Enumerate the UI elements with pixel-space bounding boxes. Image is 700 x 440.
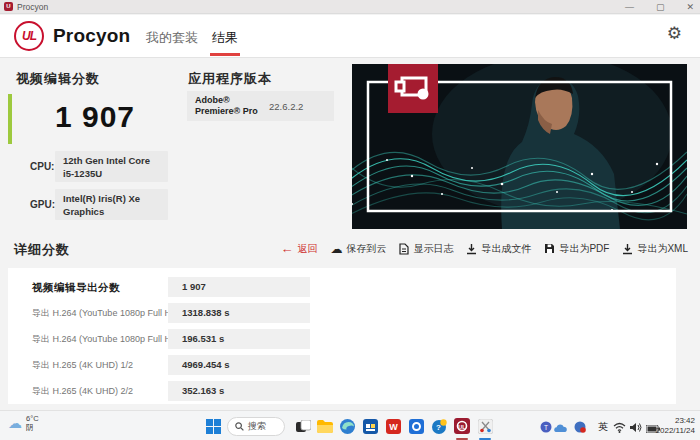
blue-yellow-app-icon: ? — [432, 419, 447, 434]
details-section-heading: 详细分数 — [14, 241, 70, 259]
row-value: 1318.838 s — [168, 303, 310, 323]
tab-my-suites[interactable]: 我的套装 — [146, 29, 198, 47]
table-row: 导出 H.265 (4K UHD) 1/2 4969.454 s — [8, 352, 676, 378]
results-toolbar: ← 返回 ☁ 保存到云 显示日志 导出成文件 导出为PD — [280, 241, 688, 256]
close-button[interactable]: ✕ — [686, 0, 694, 14]
table-row: 导出 H.265 (4K UHD) 2/2 352.163 s — [8, 378, 676, 404]
wifi-icon[interactable] — [613, 419, 626, 437]
app-header: UL Procyon 我的套装 结果 ⚙ — [0, 15, 700, 58]
svg-text:T: T — [544, 424, 548, 431]
score-section-heading: 视频编辑分数 — [16, 70, 100, 88]
video-editing-badge-icon — [388, 64, 438, 113]
help-app-button[interactable]: ? — [429, 416, 449, 436]
overall-score: 1 907 — [30, 100, 160, 134]
taskbar-search-input[interactable]: 搜索 — [227, 417, 285, 436]
row-value: 4969.454 s — [168, 355, 310, 375]
window-app-icon: U — [4, 2, 13, 11]
app-window: U Procyon — ▢ ✕ UL Procyon 我的套装 结果 ⚙ 视频编… — [0, 0, 700, 440]
export-file-label: 导出成文件 — [481, 242, 531, 256]
svg-text:UL: UL — [458, 424, 466, 430]
windows-taskbar: ☁ 6°C 阴 搜索 — [0, 410, 700, 440]
active-tab-underline — [210, 53, 240, 56]
task-view-button[interactable] — [293, 416, 313, 436]
score-accent-bar — [8, 94, 12, 144]
procyon-icon: UL — [454, 418, 470, 434]
download-icon — [622, 243, 633, 255]
benchmark-hero-image — [352, 64, 687, 229]
cloud-weather-icon: ☁ — [8, 415, 22, 431]
table-row: 导出 H.264 (YouTube 1080p Full HD) 1/2 131… — [8, 300, 676, 326]
blue-circle-app-button[interactable] — [406, 416, 426, 436]
tab-results[interactable]: 结果 — [212, 29, 238, 47]
volume-icon[interactable] — [630, 419, 642, 437]
clock-time: 23:42 — [656, 416, 695, 426]
wps-app-button[interactable]: W — [383, 416, 403, 436]
show-log-label: 显示日志 — [413, 242, 453, 256]
blue-o-app-icon — [409, 419, 424, 434]
row-label: 视频编辑导出分数 — [32, 274, 120, 300]
export-pdf-button[interactable]: 导出为PDF — [544, 242, 609, 256]
edge-browser-button[interactable] — [337, 416, 357, 436]
ime-language-indicator[interactable]: 英 — [598, 420, 608, 434]
edge-icon — [340, 419, 355, 434]
brand-title: Procyon — [53, 25, 130, 47]
windows-logo-icon — [206, 419, 221, 434]
hero-illustration — [352, 64, 687, 229]
window-title: Procyon — [17, 2, 48, 12]
search-icon — [235, 422, 244, 431]
svg-text:W: W — [389, 422, 398, 432]
document-icon — [399, 243, 409, 255]
gpu-label: GPU: — [30, 199, 55, 210]
snipping-tool-button[interactable] — [475, 416, 495, 436]
app-version-box: Adobe® Premiere® Pro 22.6.2.2 — [187, 91, 334, 121]
snipping-tool-icon — [478, 419, 493, 434]
row-label: 导出 H.265 (4K UHD) 2/2 — [32, 378, 133, 404]
row-value: 352.163 s — [168, 381, 310, 401]
back-arrow-icon: ← — [280, 241, 293, 256]
minimize-button[interactable]: — — [625, 0, 634, 14]
ul-logo: UL — [14, 21, 44, 51]
table-row: 视频编辑导出分数 1 907 — [8, 274, 676, 300]
tray-onedrive-icon[interactable] — [554, 419, 568, 437]
svg-text:?: ? — [436, 423, 441, 432]
task-view-icon — [296, 420, 311, 433]
weather-condition: 阴 — [26, 423, 34, 432]
procyon-app-button[interactable]: UL — [452, 416, 472, 436]
clock-date: 2022/11/24 — [656, 426, 695, 436]
search-placeholder: 搜索 — [248, 420, 266, 433]
detailed-scores-card: 视频编辑导出分数 1 907 导出 H.264 (YouTube 1080p F… — [8, 268, 676, 404]
maximize-button[interactable]: ▢ — [656, 0, 665, 14]
app-name: Adobe® Premiere® Pro — [195, 95, 259, 118]
export-xml-button[interactable]: 导出为XML — [622, 242, 688, 256]
save-to-cloud-button[interactable]: ☁ 保存到云 — [330, 242, 386, 256]
app-version-value: 22.6.2.2 — [269, 101, 303, 112]
file-explorer-button[interactable] — [315, 416, 335, 436]
export-file-button[interactable]: 导出成文件 — [466, 242, 531, 256]
weather-temp: 6°C — [26, 414, 39, 423]
weather-widget[interactable]: ☁ 6°C 阴 — [8, 414, 39, 432]
row-label: 导出 H.265 (4K UHD) 1/2 — [32, 352, 133, 378]
cpu-value: 12th Gen Intel Core i5-1235U — [55, 151, 168, 182]
taskbar-clock[interactable]: 23:42 2022/11/24 — [656, 416, 695, 436]
download-icon — [466, 243, 477, 255]
cpu-label: CPU: — [30, 161, 54, 172]
window-titlebar[interactable]: U Procyon — ▢ ✕ — [0, 0, 700, 14]
export-xml-label: 导出为XML — [637, 242, 688, 256]
back-label: 返回 — [297, 242, 317, 256]
store-app-button[interactable] — [360, 416, 380, 436]
back-button[interactable]: ← 返回 — [280, 241, 317, 256]
row-value: 1 907 — [168, 277, 310, 297]
show-log-button[interactable]: 显示日志 — [399, 242, 453, 256]
tray-teams-icon[interactable]: T — [540, 419, 552, 437]
start-button[interactable] — [203, 416, 223, 436]
gpu-value: Intel(R) Iris(R) Xe Graphics — [55, 189, 168, 220]
save-disk-icon — [544, 243, 555, 254]
folder-icon — [317, 420, 333, 433]
row-value: 196.531 s — [168, 329, 310, 349]
settings-gear-icon[interactable]: ⚙ — [667, 23, 682, 44]
table-row: 导出 H.264 (YouTube 1080p Full HD) 2/2 196… — [8, 326, 676, 352]
app-version-heading: 应用程序版本 — [188, 70, 272, 88]
tray-procyon-icon[interactable] — [574, 419, 586, 437]
wps-icon: W — [386, 419, 401, 434]
cloud-icon: ☁ — [330, 244, 342, 254]
